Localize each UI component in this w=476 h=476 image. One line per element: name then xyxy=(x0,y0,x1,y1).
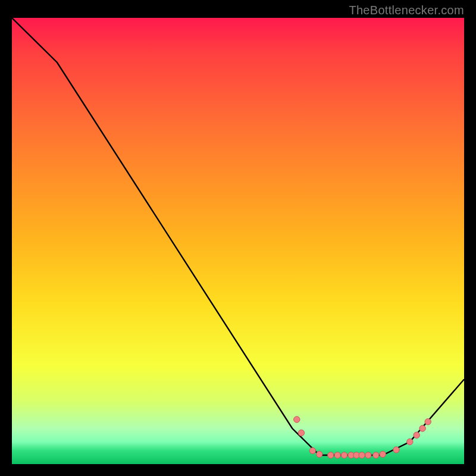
data-point xyxy=(298,430,304,436)
data-point xyxy=(380,451,386,457)
data-point xyxy=(334,452,340,458)
data-point xyxy=(407,439,413,444)
data-point xyxy=(414,432,419,438)
data-point xyxy=(294,416,300,422)
plot-area xyxy=(12,18,464,464)
data-point xyxy=(359,452,365,458)
watermark-text: TheBottlenecker.com xyxy=(349,4,464,17)
data-point xyxy=(317,451,322,457)
data-point xyxy=(365,452,371,458)
data-point xyxy=(341,452,347,458)
data-point xyxy=(393,447,399,453)
data-point xyxy=(328,452,334,458)
data-point xyxy=(309,447,315,453)
data-point xyxy=(373,452,379,458)
data-point xyxy=(425,419,431,425)
chart-svg xyxy=(12,18,464,464)
chart-frame: TheBottlenecker.com xyxy=(0,0,476,476)
data-point xyxy=(419,425,425,431)
dots-group xyxy=(294,416,431,458)
bottleneck-curve xyxy=(12,18,464,455)
